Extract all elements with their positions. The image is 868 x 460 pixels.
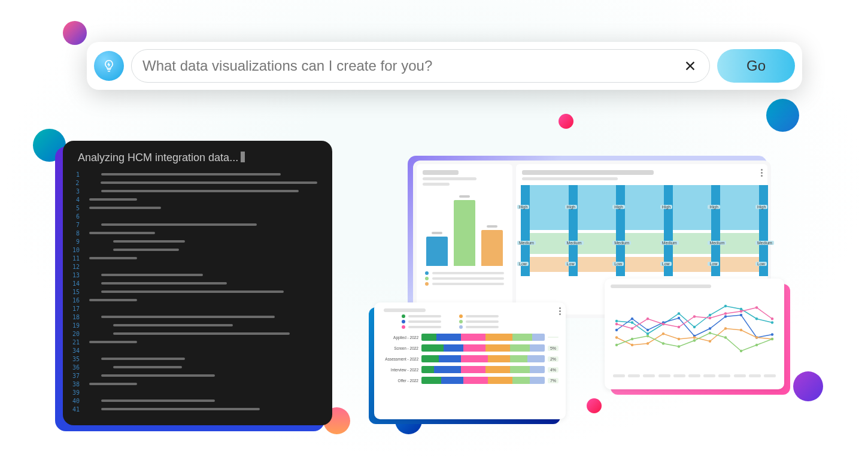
line-point — [709, 314, 711, 316]
line-point — [771, 317, 773, 320]
line-point — [631, 317, 633, 320]
sankey-label: Low — [660, 262, 672, 266]
line-point — [709, 340, 711, 343]
line-point — [755, 344, 758, 346]
line-point — [647, 332, 649, 335]
line-point — [755, 336, 758, 338]
decoration-circle — [559, 114, 573, 129]
clear-icon[interactable] — [682, 58, 699, 74]
line-point — [615, 323, 618, 325]
code-line: 8 — [63, 229, 317, 237]
search-input-wrap: What data visualizations can I create fo… — [131, 49, 710, 83]
line-chart — [611, 288, 778, 372]
line-point — [647, 329, 649, 331]
code-line: 16 — [63, 296, 317, 304]
go-button[interactable]: Go — [717, 49, 795, 83]
code-line: 13 — [63, 271, 317, 279]
code-line: 19 — [63, 321, 317, 329]
sankey-label: Medium — [660, 241, 679, 245]
bar-chart — [417, 188, 512, 266]
sankey-band — [521, 233, 763, 254]
sankey-label: High — [708, 205, 720, 209]
sankey-label: Medium — [708, 241, 726, 245]
line-point — [693, 326, 696, 328]
sankey-chart: HighMediumLowHighMediumLowHighMediumLowH… — [521, 185, 763, 293]
bar-chart-legend — [417, 266, 512, 291]
line-point — [709, 327, 711, 329]
sankey-label: Low — [565, 262, 576, 266]
line-chart-xticks — [611, 374, 778, 377]
lightbulb-icon — [94, 51, 124, 81]
terminal-heading: Analyzing HCM integration data... — [63, 152, 332, 164]
line-point — [740, 310, 742, 313]
sankey-label: Low — [755, 262, 767, 266]
line-point — [647, 342, 649, 344]
line-point — [631, 338, 633, 340]
line-point — [693, 339, 696, 341]
legend-item — [425, 282, 504, 286]
code-line: 18 — [63, 313, 317, 321]
line-point — [709, 317, 711, 319]
sankey-label: High — [660, 205, 672, 209]
code-line: 1 — [63, 170, 317, 178]
more-icon[interactable] — [559, 307, 561, 315]
line-point — [615, 344, 618, 346]
line-point — [678, 338, 680, 340]
code-line: 10 — [63, 246, 317, 254]
line-point — [724, 312, 727, 314]
sankey-label: Medium — [517, 241, 536, 245]
code-line: 14 — [63, 279, 317, 288]
search-bar: What data visualizations can I create fo… — [87, 42, 802, 90]
stacked-bar-chart: Applied - 2022Screen - 20225%Assessment … — [381, 334, 559, 384]
line-point — [631, 321, 633, 323]
stacked-bar-row: Assessment - 20222% — [381, 355, 559, 362]
stacked-bar-row: Interview - 20224% — [381, 366, 559, 373]
code-line: 41 — [63, 405, 317, 413]
line-point — [693, 336, 696, 338]
bar — [454, 195, 475, 266]
line-point — [771, 321, 773, 323]
line-point — [662, 332, 664, 335]
code-line: 20 — [63, 329, 317, 338]
legend-item — [425, 271, 504, 275]
line-point — [724, 336, 727, 338]
code-line: 37 — [63, 371, 317, 380]
code-line: 2 — [63, 178, 317, 187]
legend-item — [459, 325, 499, 329]
code-line: 39 — [63, 388, 317, 397]
sankey-label: High — [517, 205, 529, 209]
stacked-bar-row: Applied - 2022 — [381, 334, 559, 341]
sankey-band — [521, 257, 763, 272]
code-line: 15 — [63, 288, 317, 296]
legend-item — [402, 325, 441, 329]
line-point — [678, 326, 680, 328]
line-point — [662, 323, 664, 325]
legend-item — [459, 314, 499, 318]
terminal-window: Analyzing HCM integration data... 123456… — [63, 141, 332, 425]
sankey-label: Low — [517, 262, 529, 266]
line-chart-card — [605, 279, 784, 389]
more-icon[interactable] — [761, 169, 763, 177]
line-point — [647, 317, 649, 320]
line-point — [693, 315, 696, 317]
decoration-circle — [587, 398, 602, 413]
code-line: 38 — [63, 380, 317, 388]
code-line: 36 — [63, 363, 317, 371]
line-point — [678, 317, 680, 319]
line-point — [615, 329, 618, 331]
line-point — [755, 306, 758, 308]
stacked-bar-row: Offer - 20227% — [381, 377, 559, 384]
code-line: 12 — [63, 262, 317, 271]
line-point — [678, 345, 680, 347]
code-line: 11 — [63, 254, 317, 262]
line-point — [615, 336, 618, 338]
search-input[interactable]: What data visualizations can I create fo… — [142, 58, 682, 74]
sankey-label: High — [612, 205, 624, 209]
line-point — [740, 329, 742, 331]
line-point — [740, 314, 742, 316]
bar-chart-card — [417, 164, 512, 314]
line-series — [617, 308, 772, 329]
stacked-bar-legend — [402, 314, 559, 329]
sankey-label: High — [565, 205, 577, 209]
line-point — [740, 350, 742, 352]
